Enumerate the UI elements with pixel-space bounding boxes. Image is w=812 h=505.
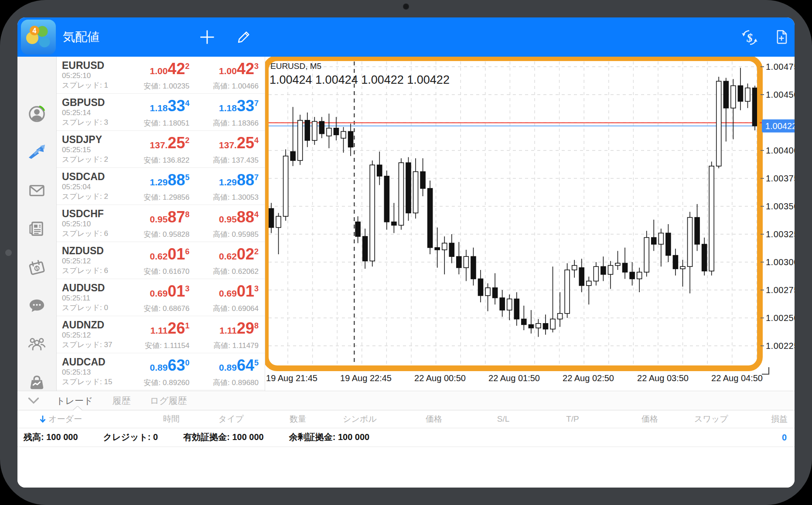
column-header: 損益 (771, 410, 788, 428)
ask-price: 0.89645 (219, 356, 259, 378)
ask-price: 0.95884 (219, 208, 259, 229)
quote-high: 高値: 0.95985 (213, 229, 259, 239)
quote-time: 05:25:10 (62, 72, 131, 80)
chart-resize-icon (762, 367, 769, 374)
metatrader-app-icon[interactable]: 4 (21, 20, 56, 55)
quote-low: 安値: 1.00235 (144, 81, 190, 91)
quote-low: 安値: 0.61670 (144, 266, 190, 276)
candlestick-plot[interactable]: EURUSD, M51.00424 1.00424 1.00422 1.0042… (269, 61, 757, 365)
sidebar-news-icon[interactable] (27, 218, 47, 239)
quote-high: 高値: 0.69064 (213, 304, 259, 314)
tab-history[interactable]: 履歴 (112, 395, 130, 407)
y-axis-label: 1.00450 (766, 90, 795, 99)
sidebar-account-icon[interactable] (27, 103, 47, 124)
chart-selection-border (266, 58, 760, 369)
sidebar-market-icon[interactable] (27, 372, 47, 392)
quote-row-NZDUSD[interactable]: NZDUSD 05:25:12 スプレッド: 6 0.62016 安値: 0.6… (57, 242, 265, 279)
ask-price: 1.18337 (219, 97, 259, 118)
edit-symbols-icon[interactable] (234, 27, 253, 47)
symbol-name: NZDUSD (62, 245, 131, 257)
x-axis-label: 22 Aug 00:50 (414, 373, 466, 383)
sidebar-trade-icon[interactable] (27, 142, 47, 162)
chart-ohlc-label: 1.00424 1.00424 1.00422 1.00422 (270, 73, 450, 86)
ask-price: 1.29887 (219, 171, 259, 192)
tab-trade[interactable]: トレード (56, 395, 93, 407)
x-axis-label: 22 Aug 03:50 (637, 373, 689, 383)
sidebar-community-icon[interactable] (27, 334, 47, 354)
bid-price: 1.29885 (150, 171, 190, 192)
tablet-bezel: 4 気配値 $ (0, 0, 812, 505)
y-axis-label: 1.00300 (766, 257, 795, 267)
column-header[interactable]: オーダー (39, 410, 82, 428)
quote-spread: スプレッド: 2 (62, 154, 131, 164)
quote-row-AUDCAD[interactable]: AUDCAD 05:25:13 スプレッド: 15 0.89630 安値: 0.… (57, 353, 265, 390)
tab-log[interactable]: ログ履歴 (150, 395, 187, 407)
quote-low: 安値: 1.18051 (144, 118, 190, 128)
symbol-name: GBPUSD (62, 97, 131, 109)
quote-low: 安値: 1.29856 (144, 192, 190, 202)
ask-price: 1.00423 (219, 60, 259, 81)
quote-high: 高値: 0.62062 (213, 266, 259, 276)
orders-header-row: オーダー時間タイプ数量シンボル価格S/LT/P価格スワップ損益 (17, 410, 795, 428)
quote-low: 安値: 1.11154 (145, 341, 189, 351)
currency-exchange-icon[interactable]: $ (740, 27, 759, 47)
bid-price: 1.18334 (150, 97, 190, 118)
x-axis-label: 22 Aug 04:50 (711, 373, 763, 383)
new-chart-icon[interactable] (772, 27, 791, 47)
app-screen: 4 気配値 $ (17, 17, 795, 488)
y-axis-label: 1.00400 (766, 146, 795, 155)
quote-spread: スプレッド: 15 (62, 377, 131, 387)
bid-price: 137.252 (150, 134, 190, 155)
column-header: S/L (497, 410, 510, 428)
quote-time: 05:25:12 (62, 331, 131, 340)
quote-low: 安値: 0.89260 (144, 378, 190, 388)
quote-spread: スプレッド: 3 (62, 117, 131, 127)
sidebar-mail-icon[interactable] (27, 180, 47, 201)
quote-high: 高値: 137.435 (213, 155, 259, 165)
quote-high: 高値: 1.11479 (213, 341, 259, 351)
chart-area[interactable]: EURUSD, M51.00424 1.00424 1.00422 1.0042… (265, 57, 795, 391)
symbol-name: AUDNZD (62, 319, 131, 331)
quote-row-EURUSD[interactable]: EURUSD 05:25:10 スプレッド: 1 1.00422 安値: 1.0… (57, 57, 265, 94)
quote-spread: スプレッド: 37 (62, 340, 131, 350)
quote-time: 05:25:15 (62, 146, 131, 154)
bid-price: 0.62016 (150, 245, 190, 266)
account-item: 残高: 100 000 (24, 431, 78, 443)
quote-row-USDCAD[interactable]: USDCAD 05:25:04 スプレッド: 2 1.29885 安値: 1.2… (57, 168, 265, 205)
bid-price: 0.95878 (150, 208, 190, 229)
x-axis-label: 22 Aug 02:50 (563, 373, 614, 383)
quote-row-USDJPY[interactable]: USDJPY 05:25:15 スプレッド: 2 137.252 安値: 136… (57, 131, 265, 168)
trade-panel: トレード履歴ログ履歴 オーダー時間タイプ数量シンボル価格S/LT/P価格スワップ… (17, 391, 795, 488)
add-symbol-icon[interactable] (198, 27, 217, 47)
bid-price: 1.00422 (150, 60, 190, 81)
column-header: 数量 (290, 410, 306, 428)
sidebar-chat-icon[interactable] (27, 295, 47, 316)
y-axis-label: 1.00225 (766, 341, 795, 351)
quote-low: 安値: 0.68676 (144, 304, 190, 314)
chevron-down-icon[interactable] (24, 392, 44, 409)
account-item: 有効証拠金: 100 000 (183, 431, 264, 443)
trade-tabbar: トレード履歴ログ履歴 (17, 391, 795, 410)
x-axis-label: 19 Aug 22:45 (340, 373, 392, 383)
quote-row-AUDUSD[interactable]: AUDUSD 05:25:11 スプレッド: 0 0.69013 安値: 0.6… (57, 279, 265, 316)
symbol-name: AUDCAD (62, 356, 131, 368)
quote-row-GBPUSD[interactable]: GBPUSD 05:25:14 スプレッド: 3 1.18334 安値: 1.1… (57, 94, 265, 131)
sidebar-calendar-icon[interactable] (27, 257, 47, 277)
symbol-name: EURUSD (62, 60, 131, 72)
quote-spread: スプレッド: 6 (62, 266, 131, 276)
quote-row-USDCHF[interactable]: USDCHF 05:25:10 スプレッド: 6 0.95878 安値: 0.9… (57, 205, 265, 242)
y-axis-label: 1.00375 (766, 174, 795, 183)
app-badge: 4 (33, 27, 37, 34)
quote-row-AUDNZD[interactable]: AUDNZD 05:25:12 スプレッド: 37 1.11261 安値: 1.… (57, 316, 265, 353)
chart-symbol-label: EURUSD, M5 (270, 61, 321, 71)
quotes-list: EURUSD 05:25:10 スプレッド: 1 1.00422 安値: 1.0… (57, 57, 265, 391)
top-app-bar: 4 気配値 $ (17, 17, 795, 57)
column-header: 価格 (641, 410, 658, 428)
y-axis-label: 1.00250 (766, 313, 795, 323)
svg-text:$: $ (746, 31, 752, 44)
bid-price: 0.89630 (150, 356, 190, 378)
sort-down-icon (39, 415, 47, 423)
ask-price: 1.11298 (219, 319, 259, 341)
ask-price: 0.62022 (219, 245, 259, 266)
quote-spread: スプレッド: 0 (62, 303, 131, 313)
